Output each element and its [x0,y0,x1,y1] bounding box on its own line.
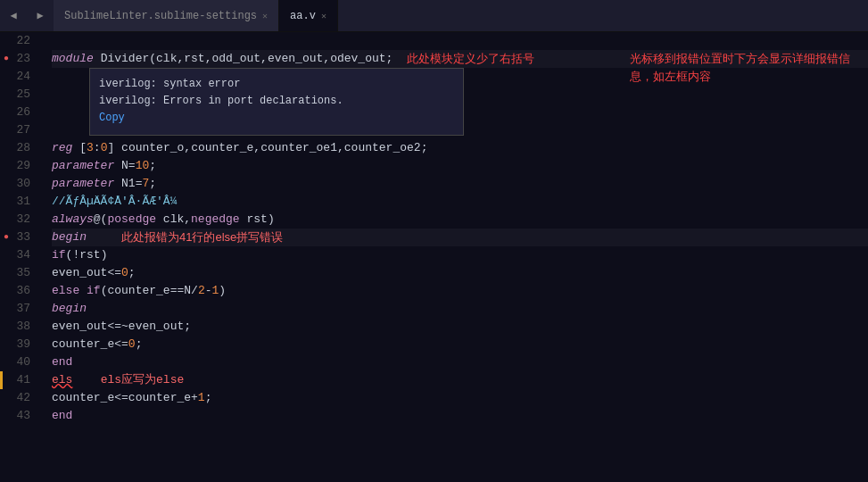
tab-sublime-settings[interactable]: SublimeLinter.sublime-settings ✕ [54,0,279,31]
line23-annotation: 此处模块定义少了右括号 [407,50,534,68]
kw-begin: begin [52,229,87,246]
gutter-41: 41 [0,371,37,389]
tab-bar: ◀ ▶ SublimeLinter.sublime-settings ✕ aa.… [0,0,868,32]
code-line-32: always@(posedge clk,negedge rst) [52,211,868,229]
gutter-43: 43 [0,407,37,425]
gutter-40: 40 [0,353,37,371]
code-line-41: els els应写为else [52,371,868,389]
code-line-43: end [52,407,868,425]
gutter-36: 36 [0,282,37,300]
code-line-22 [52,32,868,50]
els-error: els [52,371,72,389]
comment-31: //ÃƒÂµÄÃ¢Å'Â·ÃÆ'Â¼ [52,193,177,211]
kw-if: if [52,246,66,264]
line41-annotation: els应写为else [101,371,185,389]
gutter-23: 23 [0,50,37,68]
kw-parameter2: parameter [52,175,114,193]
gutter-37: 37 [0,300,37,318]
gutter-29: 29 [0,157,37,175]
code-line-35: even_out<=0; [52,264,868,282]
editor: 22 23 24 25 26 27 28 29 30 31 32 33 34 3… [0,32,868,482]
gutter-30: 30 [0,175,37,193]
gutter-27: 27 [0,121,37,139]
gutter-24: 24 [0,68,37,86]
gutter-39: 39 [0,336,37,353]
code-line-30: parameter N1=7; [52,175,868,193]
gutter-26: 26 [0,104,37,121]
gutter-35: 35 [0,264,37,282]
tab-aa-v[interactable]: aa.v ✕ [279,0,338,31]
line-number-gutter: 22 23 24 25 26 27 28 29 30 31 32 33 34 3… [0,32,45,482]
gutter-38: 38 [0,318,37,336]
tab-label-active: aa.v [290,10,316,22]
kw-always: always [52,211,94,229]
gutter-32: 32 [0,211,37,229]
code-line-39: counter_e<=0; [52,336,868,353]
code-line-29: parameter N=10; [52,157,868,175]
copy-link[interactable]: Copy [99,112,125,124]
tab-close-aa[interactable]: ✕ [321,11,327,21]
gutter-31: 31 [0,193,37,211]
code-line-40: end [52,353,868,371]
nav-forward-button[interactable]: ▶ [27,0,54,31]
code-line-34: if(!rst) [52,246,868,264]
code-line-38: even_out<=~even_out; [52,318,868,336]
code-line-33: begin 此处报错为41行的else拼写错误 [52,229,868,246]
tooltip-error-1: iverilog: syntax error [99,76,454,93]
tooltip-popup: iverilog: syntax error iverilog: Errors … [89,68,464,136]
right-annotation-1: 光标移到报错位置时下方会显示详细报错信 息，如左框内容 [630,50,850,85]
gutter-25: 25 [0,86,37,104]
op-paren: ( [149,50,156,68]
tab-close-settings[interactable]: ✕ [262,11,268,21]
code-line-31: //ÃƒÂµÄÃ¢Å'Â·ÃÆ'Â¼ [52,193,868,211]
tab-label: SublimeLinter.sublime-settings [64,10,257,22]
keyword-module: module [52,50,94,68]
kw-parameter: parameter [52,157,114,175]
line33-annotation: 此处报错为41行的else拼写错误 [121,229,283,246]
code-line-42: counter_e<=counter_e+1; [52,389,868,407]
gutter-42: 42 [0,389,37,407]
gutter-34: 34 [0,246,37,264]
gutter-33: 33 [0,229,37,246]
nav-back-button[interactable]: ◀ [0,0,27,31]
code-area[interactable]: module Divider(clk,rst,odd_out,even_out,… [45,32,868,482]
code-line-28: reg [3:0] counter_o,counter_e,counter_oe… [52,139,868,157]
id-divider: Divider [101,50,150,68]
gutter-28: 28 [0,139,37,157]
id-clk: clk [156,50,177,68]
tooltip-error-2: iverilog: Errors in port declarations. [99,93,454,110]
kw-reg: reg [52,139,72,157]
code-lines: module Divider(clk,rst,odd_out,even_out,… [45,32,868,425]
gutter-22: 22 [0,32,37,50]
code-line-37: begin [52,300,868,318]
code-line-36: else if(counter_e==N/2-1) [52,282,868,300]
